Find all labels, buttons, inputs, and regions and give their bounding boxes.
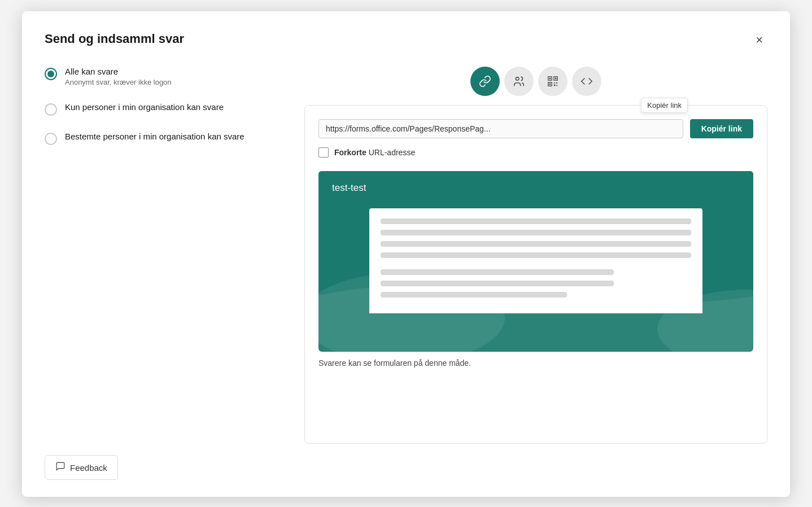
shorten-row: Forkorte URL-adresse [318, 147, 753, 158]
radio-label-sub-all: Anonymt svar, kræver ikke logon [65, 78, 172, 86]
link-icon [479, 75, 491, 88]
radio-label-main-specific: Bestemte personer i min organisation kan… [65, 132, 245, 141]
svg-rect-9 [556, 82, 558, 84]
feedback-icon [55, 461, 66, 474]
shorten-checkbox[interactable] [318, 147, 329, 158]
preview-form-title: test-test [332, 182, 366, 193]
feedback-label: Feedback [70, 463, 107, 473]
radio-specific[interactable]: Bestemte personer i min organisation kan… [45, 132, 282, 145]
preview-form-body [369, 208, 702, 313]
chat-icon [55, 461, 66, 471]
radio-label-specific: Bestemte personer i min organisation kan… [65, 132, 245, 141]
tab-qr-button[interactable] [538, 67, 567, 96]
preview-caption: Svarere kan se formularen på denne måde. [318, 359, 753, 368]
tab-share-button[interactable] [504, 67, 534, 96]
svg-rect-4 [555, 78, 557, 80]
modal-body: Alle kan svare Anonymt svar, kræver ikke… [45, 67, 767, 444]
tab-icons [304, 67, 767, 96]
svg-rect-11 [556, 85, 557, 86]
preview-line-5 [381, 269, 614, 275]
left-panel: Alle kan svare Anonymt svar, kræver ikke… [45, 67, 282, 444]
tab-embed-button[interactable] [572, 67, 601, 96]
radio-label-org: Kun personer i min organisation kan svar… [65, 102, 224, 112]
modal-title: Send og indsamml svar [45, 32, 184, 46]
radio-circle-specific [45, 133, 57, 145]
shorten-label-bold: Forkorte [334, 148, 366, 157]
radio-circle-org [45, 103, 57, 116]
feedback-button[interactable]: Feedback [45, 455, 118, 480]
preview-line-3 [381, 241, 691, 247]
url-row: Kopiér link [318, 119, 753, 138]
preview-line-1 [381, 218, 691, 224]
url-input[interactable] [318, 119, 683, 138]
radio-all[interactable]: Alle kan svare Anonymt svar, kræver ikke… [45, 67, 282, 86]
preview-line-7 [381, 292, 567, 298]
svg-rect-8 [554, 82, 555, 84]
preview-header: test-test [318, 171, 753, 203]
svg-rect-10 [554, 85, 556, 86]
preview-line-6 [381, 281, 614, 286]
radio-circle-all [45, 68, 57, 80]
modal-container: Send og indsamml svar × Alle kan svare A… [22, 11, 790, 497]
copy-link-button[interactable]: Kopiér link [690, 119, 753, 138]
close-button[interactable]: × [751, 32, 767, 49]
modal-footer: Feedback [45, 444, 767, 480]
preview-line-4 [381, 252, 691, 258]
radio-label-all: Alle kan svare Anonymt svar, kræver ikke… [65, 67, 172, 86]
radio-org[interactable]: Kun personer i min organisation kan svar… [45, 102, 282, 116]
radio-label-main-all: Alle kan svare [65, 67, 172, 76]
shorten-label-rest: URL-adresse [366, 148, 415, 157]
svg-rect-6 [549, 84, 551, 85]
svg-rect-2 [549, 78, 551, 80]
tab-link-button[interactable] [470, 67, 500, 96]
embed-icon [580, 75, 593, 88]
share-people-icon [513, 75, 525, 88]
content-card: Kopiér link Kopiér link Forkorte URL-adr… [304, 105, 767, 444]
right-panel: Kopiér link Kopiér link Forkorte URL-adr… [304, 67, 767, 444]
tooltip-kopier: Kopiér link [641, 98, 688, 113]
shorten-label: Forkorte URL-adresse [334, 148, 415, 157]
preview-line-2 [381, 230, 691, 235]
svg-point-0 [516, 77, 519, 81]
modal-header: Send og indsamml svar × [45, 32, 767, 49]
radio-label-main-org: Kun personer i min organisation kan svar… [65, 102, 224, 112]
preview-container: test-test [318, 171, 753, 352]
qr-icon [547, 75, 559, 88]
